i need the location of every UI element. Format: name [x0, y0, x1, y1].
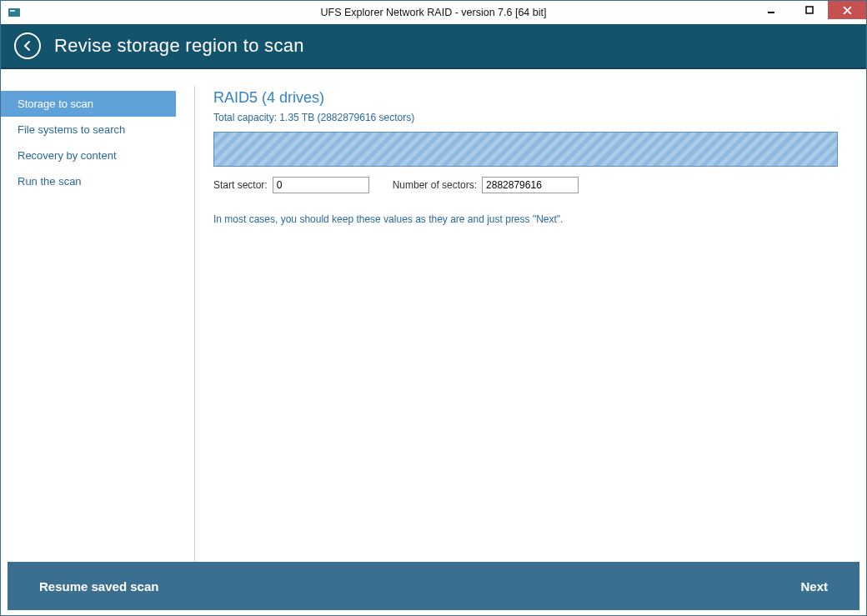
num-sectors-label: Number of sectors: — [393, 179, 477, 191]
titlebar: UFS Explorer Network RAID - version 7.6 … — [1, 1, 866, 24]
sidebar-item-storage-to-scan[interactable]: Storage to scan — [1, 91, 176, 117]
maximize-button[interactable] — [789, 1, 828, 19]
footer-bar: Resume saved scan Next — [8, 562, 859, 610]
sidebar-item-run-the-scan[interactable]: Run the scan — [1, 168, 176, 194]
capacity-label: Total capacity: 1.35 TB (2882879616 sect… — [213, 112, 838, 123]
start-sector-label: Start sector: — [213, 179, 268, 191]
minimize-button[interactable] — [751, 1, 789, 19]
num-sectors-input[interactable] — [482, 177, 579, 193]
storage-region-bar[interactable] — [213, 132, 838, 167]
sidebar-item-file-systems[interactable]: File systems to search — [1, 117, 176, 143]
sidebar-item-recovery-by-content[interactable]: Recovery by content — [1, 143, 176, 168]
app-icon — [8, 6, 21, 19]
svg-rect-1 — [10, 10, 15, 12]
svg-rect-3 — [806, 7, 813, 13]
resume-saved-scan-button[interactable]: Resume saved scan — [39, 579, 158, 593]
storage-heading: RAID5 (4 drives) — [213, 89, 838, 107]
window-title: UFS Explorer Network RAID - version 7.6 … — [1, 7, 866, 18]
back-button[interactable] — [14, 33, 41, 59]
close-button[interactable] — [828, 1, 866, 19]
hint-text: In most cases, you should keep these val… — [213, 213, 838, 225]
start-sector-input[interactable] — [273, 177, 369, 193]
svg-rect-0 — [8, 8, 20, 17]
main-panel: RAID5 (4 drives) Total capacity: 1.35 TB… — [213, 86, 866, 562]
window-controls — [751, 1, 866, 24]
page-title: Revise storage region to scan — [54, 35, 304, 57]
svg-rect-2 — [768, 12, 774, 13]
sidebar: Storage to scan File systems to search R… — [1, 86, 176, 562]
next-button[interactable]: Next — [800, 579, 828, 593]
sector-fields: Start sector: Number of sectors: — [213, 177, 838, 193]
page-banner: Revise storage region to scan — [1, 24, 866, 69]
content-area: Storage to scan File systems to search R… — [1, 69, 866, 562]
vertical-divider — [194, 86, 195, 562]
